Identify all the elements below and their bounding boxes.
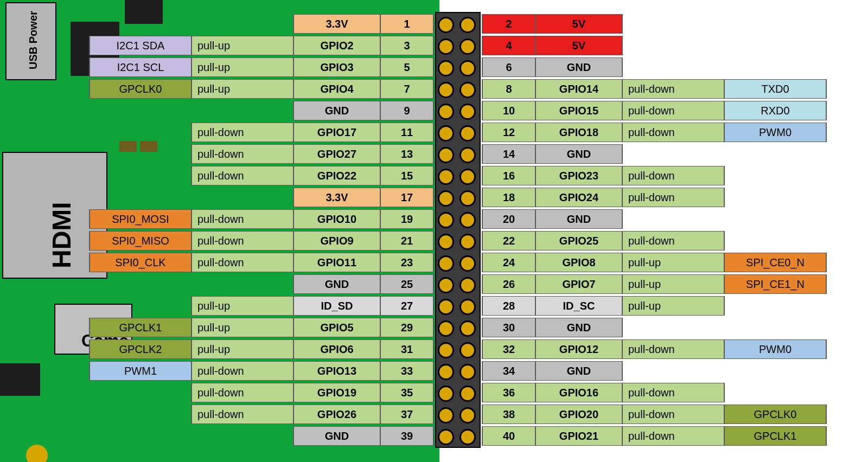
pin-alt: SPI0_MISO xyxy=(90,232,192,250)
pin-name: GPIO22 xyxy=(293,166,380,185)
pin-pull: pull-up xyxy=(192,340,293,358)
pin-pull: pull-down xyxy=(622,166,724,185)
pin-pull: pull-up xyxy=(192,297,293,315)
pin-number: 20 xyxy=(482,210,535,228)
pin-row-23: 23GPIO11pull-downSPI0_CLK xyxy=(89,253,434,272)
hdmi-label: HDMI xyxy=(47,202,76,268)
pin-number: 12 xyxy=(482,123,535,142)
pin-pull: pull-down xyxy=(192,166,293,185)
pin-alt: GPCLK0 xyxy=(724,405,826,424)
pin-pull: pull-down xyxy=(622,427,724,445)
pin-alt: I2C1 SDA xyxy=(90,36,192,55)
pin-name: GPIO27 xyxy=(293,145,380,163)
pin-name: GND xyxy=(535,362,622,380)
pin-row-26: 26GPIO7pull-upSPI_CE1_N xyxy=(482,274,827,294)
pin-row-4: 45V xyxy=(482,36,623,55)
pin-number: 30 xyxy=(482,318,535,337)
pin-pull: pull-up xyxy=(192,80,293,98)
pin-number: 33 xyxy=(380,362,433,380)
pin-name: GPIO26 xyxy=(293,405,380,424)
pin-name: GND xyxy=(293,101,380,120)
pin-row-34: 34GND xyxy=(482,361,623,381)
pin-pull: pull-down xyxy=(622,188,724,207)
pin-name: GND xyxy=(535,145,622,163)
pin-row-29: 29GPIO5pull-upGPCLK1 xyxy=(89,318,434,337)
chip-2 xyxy=(125,0,163,24)
pin-row-6: 6GND xyxy=(482,57,623,77)
pin-name: GPIO15 xyxy=(535,101,622,120)
pin-number: 16 xyxy=(482,166,535,185)
header-pin xyxy=(457,383,478,405)
pin-name: GPIO3 xyxy=(293,58,380,76)
pin-pull: pull-down xyxy=(622,383,724,402)
pin-name: GPIO14 xyxy=(535,80,622,98)
pin-number: 11 xyxy=(380,123,433,142)
pin-alt: SPI0_MOSI xyxy=(90,210,192,228)
pin-pull: pull-up xyxy=(192,58,293,76)
pin-alt: GPCLK0 xyxy=(90,80,192,98)
pin-alt: GPCLK2 xyxy=(90,340,192,358)
pin-name: GND xyxy=(293,275,380,293)
pin-name: GND xyxy=(535,58,622,76)
header-pin xyxy=(457,318,478,339)
header-pin xyxy=(457,209,478,231)
pin-row-30: 30GND xyxy=(482,318,623,337)
pin-name: GPIO23 xyxy=(535,166,622,185)
pin-number: 39 xyxy=(380,427,433,445)
pin-number: 9 xyxy=(380,101,433,120)
pin-alt: PWM0 xyxy=(724,123,826,142)
header-pin xyxy=(457,79,478,101)
header-pin xyxy=(435,296,457,318)
mount-hole xyxy=(26,445,48,462)
pin-alt: SPI_CE0_N xyxy=(724,253,826,272)
pin-number: 6 xyxy=(482,58,535,76)
pin-row-24: 24GPIO8pull-upSPI_CE0_N xyxy=(482,253,827,272)
pin-number: 23 xyxy=(380,253,433,272)
pin-pull: pull-down xyxy=(192,210,293,228)
header-pin xyxy=(435,101,457,123)
header-pin xyxy=(457,405,478,426)
pin-pull: pull-down xyxy=(192,145,293,163)
pin-number: 37 xyxy=(380,405,433,424)
smd-1 xyxy=(119,141,137,152)
pin-row-17: 173.3V xyxy=(293,188,434,207)
pin-number: 18 xyxy=(482,188,535,207)
pin-row-2: 25V xyxy=(482,14,623,34)
pin-name: GPIO24 xyxy=(535,188,622,207)
pin-row-31: 31GPIO6pull-upGPCLK2 xyxy=(89,339,434,359)
pin-name: GND xyxy=(293,427,380,445)
header-pin xyxy=(457,57,478,79)
pin-row-18: 18GPIO24pull-down xyxy=(482,188,725,207)
pin-name: ID_SC xyxy=(535,297,622,315)
pin-row-21: 21GPIO9pull-downSPI0_MISO xyxy=(89,231,434,251)
pin-name: 3.3V xyxy=(293,188,380,207)
pin-number: 7 xyxy=(380,80,433,98)
header-pin xyxy=(435,405,457,426)
pin-row-13: 13GPIO27pull-down xyxy=(191,144,434,164)
header-pin xyxy=(435,318,457,339)
pin-row-14: 14GND xyxy=(482,144,623,164)
pin-row-5: 5GPIO3pull-upI2C1 SCL xyxy=(89,57,434,77)
pin-pull: pull-down xyxy=(192,123,293,142)
pin-row-33: 33GPIO13pull-downPWM1 xyxy=(89,361,434,381)
pin-row-20: 20GND xyxy=(482,209,623,229)
pin-number: 26 xyxy=(482,275,535,293)
header-pin xyxy=(457,231,478,253)
header-pin xyxy=(457,144,478,166)
pin-name: 5V xyxy=(535,15,622,33)
header-pin xyxy=(457,274,478,296)
pin-row-1: 13.3V xyxy=(293,14,434,34)
pin-number: 4 xyxy=(482,36,535,55)
pin-row-37: 37GPIO26pull-down xyxy=(191,405,434,424)
header-pin xyxy=(457,188,478,209)
pin-row-28: 28ID_SCpull-up xyxy=(482,296,725,316)
pin-pull: pull-down xyxy=(192,383,293,402)
pin-name: GPIO13 xyxy=(293,362,380,380)
pin-name: GPIO19 xyxy=(293,383,380,402)
pin-number: 29 xyxy=(380,318,433,337)
pin-number: 3 xyxy=(380,36,433,55)
header-pin xyxy=(435,361,457,383)
pin-pull: pull-up xyxy=(622,275,724,293)
pin-alt: PWM0 xyxy=(724,340,826,358)
pin-number: 38 xyxy=(482,405,535,424)
